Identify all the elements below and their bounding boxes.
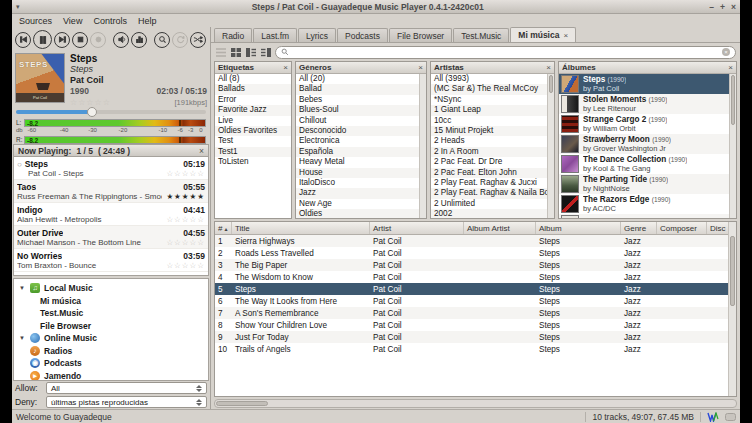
album-item[interactable]: The Shape of Jazz to Come (1990) (559, 214, 736, 218)
tag-item[interactable]: Test1 (215, 147, 291, 157)
close-icon[interactable]: × (546, 63, 551, 72)
menu-item[interactable]: Sources (19, 16, 52, 26)
column-header-num[interactable]: # ▴ (215, 222, 232, 234)
album-item[interactable]: Steps (1990) by Pat Coil (559, 74, 736, 94)
spinner-icon[interactable] (196, 385, 202, 392)
now-playing-item[interactable]: ○ No Worries 03:59 Tom Braxton - Bounce … (14, 249, 208, 272)
album-item[interactable]: The Dance Collection (1990) by Kool & Th… (559, 154, 736, 174)
next-button[interactable] (54, 32, 70, 48)
search-input[interactable] (293, 47, 718, 57)
tree-group-local-music[interactable]: ▼ ♫ Local Music (14, 282, 208, 295)
genre-item[interactable]: Oldies (296, 209, 426, 218)
now-playing-close-icon[interactable]: × (199, 146, 204, 156)
titlebar[interactable]: ▾ Steps / Pat Coil - Guayadeque Music Pl… (12, 0, 740, 14)
genre-item[interactable]: Ballad (296, 84, 426, 94)
menu-item[interactable]: View (63, 16, 82, 26)
tree-group-online-music[interactable]: ▼ Online Music (14, 332, 208, 345)
tag-item[interactable]: Live (215, 116, 291, 126)
close-icon[interactable]: × (283, 63, 288, 72)
spinner-icon[interactable] (196, 399, 202, 406)
album-item[interactable]: Strange Cargo 2 (1990) by William Orbit (559, 114, 736, 134)
column-header-artist[interactable]: Artist (370, 222, 464, 234)
view-list-icon[interactable] (215, 47, 227, 58)
genre-item[interactable]: Chillout (296, 116, 426, 126)
minimize-button[interactable]: – (709, 2, 714, 12)
genre-item[interactable]: House (296, 168, 426, 178)
genre-item[interactable]: Electronica (296, 136, 426, 146)
tab[interactable]: Mi música × (510, 27, 576, 42)
column-header-composer[interactable]: Composer (657, 222, 707, 234)
track-row[interactable]: 6 The Way It Looks from Here Pat Coil St… (215, 295, 728, 307)
track-row[interactable]: 4 The Wisdom to Know Pat Coil Steps Jazz (215, 271, 728, 283)
tag-item[interactable]: Test (215, 136, 291, 146)
search-clear-icon[interactable]: × (722, 48, 730, 56)
track-row[interactable]: 9 Just For Today Pat Coil Steps Jazz (215, 331, 728, 343)
artist-item[interactable]: 15 Minut Projekt (431, 126, 554, 136)
view-filter-left-icon[interactable] (245, 47, 257, 58)
deny-select[interactable]: últimas pistas reproducidas (46, 396, 207, 408)
artist-item[interactable]: 2002 (431, 209, 554, 218)
np-item-rating[interactable]: ☆☆☆☆☆ (166, 215, 205, 224)
tab[interactable]: Radio × (214, 28, 252, 42)
track-row[interactable]: 1 Sierra Highways Pat Coil Steps Jazz (215, 235, 728, 247)
stop-button[interactable] (72, 32, 88, 48)
np-item-rating[interactable]: ☆☆☆☆☆ (166, 169, 205, 178)
column-header-album[interactable]: Album (536, 222, 621, 234)
artist-item[interactable]: 2 Play Feat. Raghav & Naila Boss (431, 188, 554, 198)
tab[interactable]: Lyrics × (298, 28, 336, 42)
search-box[interactable]: × (275, 46, 736, 59)
spectrum-icon[interactable] (707, 412, 719, 422)
track-row[interactable]: 8 Show Your Children Love Pat Coil Steps… (215, 319, 728, 331)
artist-item[interactable]: *NSync (431, 95, 554, 105)
genre-item[interactable]: Bebes (296, 95, 426, 105)
chevron-down-icon[interactable]: ▼ (19, 335, 26, 341)
tag-item[interactable]: Ballads (215, 84, 291, 94)
close-icon[interactable]: × (728, 63, 733, 72)
album-item[interactable]: The Parting Tide (1990) by NightNoise (559, 174, 736, 194)
album-item[interactable]: Stolen Moments (1990) by Lee Ritenour (559, 94, 736, 114)
album-item[interactable]: The Razors Edge (1990) by AC/DC (559, 194, 736, 214)
equalizer-button[interactable] (131, 32, 147, 48)
tab-close-icon[interactable]: × (563, 31, 568, 40)
track-row[interactable]: 2 Roads Less Travelled Pat Coil Steps Ja… (215, 247, 728, 259)
tree-item-local[interactable]: Test.Music (14, 307, 208, 320)
tag-item[interactable]: ToListen (215, 157, 291, 167)
artist-item[interactable]: 1 Giant Leap (431, 105, 554, 115)
horizontal-scrollbar[interactable] (214, 399, 737, 408)
smart-play-button[interactable] (154, 32, 170, 48)
repeat-button[interactable] (172, 32, 188, 48)
np-item-rating[interactable]: ☆☆☆☆☆ (166, 238, 205, 247)
now-playing-item[interactable]: ○ Taos 05:55 Russ Freeman & The Rippingt… (14, 180, 208, 203)
genre-item[interactable]: ItaloDisco (296, 178, 426, 188)
genres-scrollbar[interactable] (419, 74, 426, 218)
track-row[interactable]: 7 A Son's Remembrance Pat Coil Steps Jaz… (215, 307, 728, 319)
tree-item-local[interactable]: Mi música (14, 295, 208, 308)
artist-item[interactable]: 10cc (431, 116, 554, 126)
now-playing-item[interactable]: ○ Steps 05:19 Pat Coil - Steps ☆☆☆☆☆ (14, 157, 208, 180)
artist-item[interactable]: 2 In A Room (431, 147, 554, 157)
seek-knob[interactable] (87, 107, 97, 117)
tree-item-radios[interactable]: ♪ Radios (14, 345, 208, 358)
allow-select[interactable]: All (46, 382, 207, 394)
genre-item[interactable]: Desconocido (296, 126, 426, 136)
shuffle-button[interactable] (190, 32, 206, 48)
maximize-button[interactable]: + (720, 2, 725, 12)
np-item-rating[interactable]: ★★★★★ (166, 192, 205, 201)
albums-scrollbar[interactable] (729, 74, 736, 218)
column-header-genre[interactable]: Genre (621, 222, 657, 234)
tree-item-podcasts[interactable]: ◉ Podcasts (14, 357, 208, 370)
volume-button[interactable] (113, 32, 129, 48)
genre-item[interactable]: Jazz (296, 188, 426, 198)
now-playing-item[interactable]: ○ Indigo 04:41 Alan Hewitt - Metropolis … (14, 203, 208, 226)
column-header-disc[interactable]: Disc (707, 222, 728, 234)
close-button[interactable]: × (731, 2, 736, 12)
tree-item-jamendo[interactable]: ▸ Jamendo (14, 370, 208, 382)
tag-item[interactable]: All (8) (215, 74, 291, 84)
close-icon[interactable]: × (418, 63, 423, 72)
tag-item[interactable]: Favorite Jazz (215, 105, 291, 115)
view-filter-right-icon[interactable] (260, 47, 272, 58)
previous-button[interactable] (15, 32, 31, 48)
seek-bar[interactable] (16, 108, 206, 117)
genre-item[interactable]: Blues-Soul (296, 105, 426, 115)
chevron-down-icon[interactable]: ▼ (19, 285, 26, 291)
